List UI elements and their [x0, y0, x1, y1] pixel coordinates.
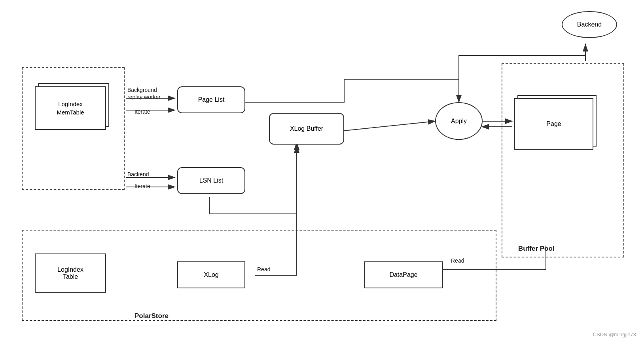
datapage-label: DataPage — [389, 271, 417, 278]
xlog-buffer-box: XLog Buffer — [269, 113, 344, 145]
xlog-buffer-label: XLog Buffer — [290, 125, 323, 132]
read-datapage-label: Read — [451, 257, 464, 264]
backend-label: Backend — [577, 21, 602, 28]
logindex-table-label: LogIndexTable — [57, 266, 83, 280]
page-list-box: Page List — [177, 86, 245, 113]
lsn-list-label: LSN List — [199, 177, 223, 184]
backend-ellipse: Backend — [562, 11, 617, 38]
page-list-label: Page List — [198, 96, 225, 103]
logindex-table-box: LogIndexTable — [35, 253, 106, 293]
xlog-box: XLog — [177, 261, 245, 288]
iterate-bottom-label: Iterate — [134, 183, 150, 189]
buffer-pool-container — [502, 63, 624, 257]
xlog-label: XLog — [204, 271, 218, 278]
buffer-pool-title: Buffer Pool — [518, 245, 555, 253]
logindex-memtable-label: LogIndexMemTable — [57, 100, 84, 116]
diagram-container: LogIndexMemTable Page List LSN List XLog… — [0, 0, 644, 343]
iterate-top-label: Iterate — [134, 109, 150, 115]
page-label: Page — [546, 120, 561, 128]
read-xlog-label: Read — [257, 266, 270, 272]
datapage-box: DataPage — [364, 261, 443, 288]
apply-circle: Apply — [435, 102, 483, 140]
lsn-list-box: LSN List — [177, 167, 245, 194]
apply-label: Apply — [451, 118, 467, 125]
svg-line-6 — [344, 121, 435, 131]
backend-iterate-label: Backend — [127, 171, 149, 177]
watermark: CSDN @mingjie73 — [593, 332, 636, 337]
bg-replay-label: Backgroundreplay worker — [127, 86, 161, 101]
polarstore-title: PolarStore — [134, 312, 169, 320]
